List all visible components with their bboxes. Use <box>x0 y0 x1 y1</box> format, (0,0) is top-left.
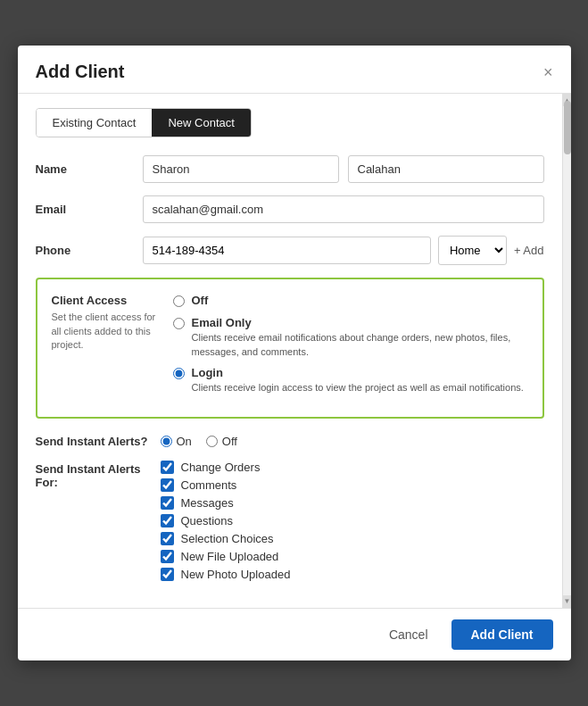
list-item: Questions <box>161 514 291 527</box>
phone-input[interactable] <box>143 237 431 264</box>
messages-checkbox[interactable] <box>161 496 174 510</box>
new-file-uploaded-checkbox[interactable] <box>161 550 174 563</box>
modal-footer: Cancel Add Client <box>18 608 571 660</box>
change-orders-checkbox[interactable] <box>161 461 174 474</box>
new-photo-uploaded-label: New Photo Uploaded <box>181 568 291 581</box>
access-email-radio[interactable] <box>173 318 185 329</box>
list-item: New File Uploaded <box>161 550 291 563</box>
list-item: Comments <box>161 478 291 492</box>
modal-body: Existing Contact New Contact Name Email <box>18 94 562 607</box>
change-orders-label: Change Orders <box>181 461 261 474</box>
close-button[interactable]: × <box>543 64 553 80</box>
phone-fields: Home Mobile Work Other + Add <box>143 236 544 265</box>
send-instant-alerts-label: Send Instant Alerts? <box>36 435 161 448</box>
name-label: Name <box>36 162 143 176</box>
add-client-modal: Add Client × Existing Contact New Contac… <box>18 46 571 660</box>
list-item: New Photo Uploaded <box>161 568 291 581</box>
access-login-radio[interactable] <box>173 368 185 379</box>
access-login-label: Login <box>192 366 524 379</box>
alerts-off-text: Off <box>222 435 237 448</box>
list-item: Selection Choices <box>161 532 291 545</box>
access-email-option: Email Only Clients receive email notific… <box>173 316 528 359</box>
new-file-uploaded-label: New File Uploaded <box>181 550 279 563</box>
email-input[interactable] <box>143 195 544 223</box>
last-name-input[interactable] <box>348 155 544 183</box>
access-label-col: Client Access Set the client access for … <box>52 294 159 402</box>
access-options-col: Off Email Only Clients receive email not… <box>173 294 528 402</box>
alerts-on-radio[interactable] <box>161 436 172 447</box>
list-item: Messages <box>161 496 291 510</box>
access-email-label: Email Only <box>192 316 528 329</box>
access-off-radio[interactable] <box>173 295 185 307</box>
client-access-desc: Set the client access for all clients ad… <box>52 311 159 352</box>
phone-row: Phone Home Mobile Work Other + Add <box>36 236 544 265</box>
add-phone-button[interactable]: + Add <box>514 244 544 257</box>
modal-title: Add Client <box>36 62 125 82</box>
new-contact-tab[interactable]: New Contact <box>152 109 250 137</box>
alerts-toggle: On Off <box>161 435 237 448</box>
alerts-on-label[interactable]: On <box>161 435 192 448</box>
send-instant-alerts-for-row: Send Instant Alerts For: Change Orders C… <box>36 461 544 581</box>
comments-checkbox[interactable] <box>161 478 174 492</box>
messages-label: Messages <box>181 496 234 510</box>
scrollbar-track[interactable]: ▲ ▼ <box>562 94 571 607</box>
email-label: Email <box>36 203 143 216</box>
alerts-off-radio[interactable] <box>206 436 218 447</box>
send-instant-alerts-row: Send Instant Alerts? On Off <box>36 435 544 448</box>
alerts-off-label[interactable]: Off <box>206 435 237 448</box>
contact-tab-group: Existing Contact New Contact <box>36 108 252 137</box>
alerts-for-label: Send Instant Alerts For: <box>36 461 161 489</box>
selection-choices-label: Selection Choices <box>181 532 274 545</box>
access-login-option: Login Clients receive login access to vi… <box>173 366 528 395</box>
selection-choices-checkbox[interactable] <box>161 532 174 545</box>
access-off-label: Off <box>192 294 209 307</box>
alerts-for-list: Change Orders Comments Messages Que <box>161 461 291 581</box>
access-email-desc: Clients receive email notifications abou… <box>192 331 528 359</box>
new-photo-uploaded-checkbox[interactable] <box>161 568 174 581</box>
client-access-title: Client Access <box>52 294 159 307</box>
modal-overlay: Add Client × Existing Contact New Contac… <box>0 0 588 706</box>
client-access-box: Client Access Set the client access for … <box>36 278 544 418</box>
email-fields <box>143 195 544 223</box>
first-name-input[interactable] <box>143 155 339 183</box>
name-row: Name <box>36 155 544 183</box>
alerts-on-text: On <box>177 435 192 448</box>
name-fields <box>143 155 544 183</box>
cancel-button[interactable]: Cancel <box>375 619 443 650</box>
questions-checkbox[interactable] <box>161 514 174 527</box>
access-off-option: Off <box>173 294 528 309</box>
scroll-down-arrow[interactable]: ▼ <box>563 595 571 608</box>
phone-type-select[interactable]: Home Mobile Work Other <box>438 236 507 265</box>
add-client-button[interactable]: Add Client <box>451 619 553 650</box>
questions-label: Questions <box>181 514 234 527</box>
list-item: Change Orders <box>161 461 291 474</box>
modal-header: Add Client × <box>18 46 571 94</box>
modal-content-wrapper: Existing Contact New Contact Name Email <box>18 94 571 607</box>
phone-label: Phone <box>36 244 143 257</box>
scroll-thumb[interactable] <box>564 101 571 154</box>
email-row: Email <box>36 195 544 223</box>
existing-contact-tab[interactable]: Existing Contact <box>37 109 153 137</box>
comments-label: Comments <box>181 478 237 492</box>
access-login-desc: Clients receive login access to view the… <box>192 381 524 395</box>
